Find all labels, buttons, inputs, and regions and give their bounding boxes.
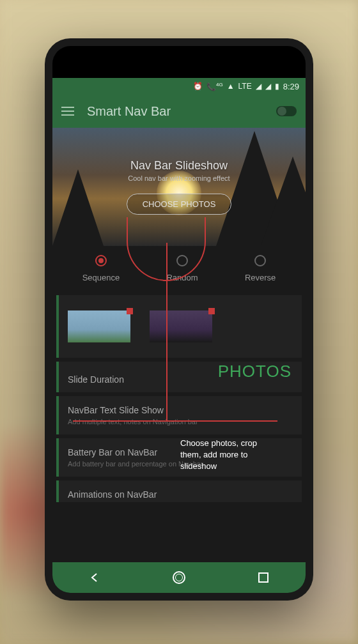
card-title: Animations on NavBar: [68, 489, 293, 500]
callout-text: Choose photos, crop them, add more to sl…: [180, 438, 276, 473]
slide-duration-card[interactable]: Slide Duration PHOTOS: [56, 362, 302, 392]
hero-subtitle: Cool nav bar with zooming effect: [128, 174, 230, 182]
radio-sequence[interactable]: Sequence: [82, 255, 120, 282]
lte-label: LTE: [238, 82, 252, 90]
choose-photos-button[interactable]: CHOOSE PHOTOS: [127, 194, 232, 215]
alarm-icon: ⏰: [193, 82, 203, 90]
status-time: 8:29: [283, 82, 299, 91]
card-title: NavBar Text Slide Show: [68, 405, 293, 415]
call-4g-icon: 📞4G: [206, 82, 223, 91]
animations-card[interactable]: Animations on NavBar: [56, 480, 302, 502]
master-toggle[interactable]: [276, 106, 297, 116]
wifi-icon: ▲: [227, 82, 235, 90]
callout-line-horizontal: [73, 420, 277, 422]
hero-title: Nav Bar Slideshow: [130, 159, 228, 172]
radio-label: Sequence: [82, 273, 120, 282]
photos-thumbnails-card: [56, 295, 302, 358]
menu-icon[interactable]: [61, 107, 74, 116]
battery-icon: ▮: [275, 82, 279, 90]
callout-line-vertical: [166, 243, 167, 422]
signal-icon-2: ◢: [265, 82, 271, 90]
photo-thumbnail[interactable]: [150, 310, 212, 342]
status-bar: ⏰ 📞4G ▲ LTE ◢ ◢ ▮ 8:29: [52, 78, 306, 95]
phone-frame: ⏰ 📞4G ▲ LTE ◢ ◢ ▮ 8:29 Smart Nav Bar: [45, 38, 313, 601]
radio-reverse[interactable]: Reverse: [245, 255, 276, 282]
content-area: Nav Bar Slideshow Cool nav bar with zoom…: [52, 128, 306, 562]
photo-thumbnail[interactable]: [68, 310, 130, 342]
radio-circle-icon: [95, 255, 107, 266]
photos-section-label: PHOTOS: [218, 362, 292, 381]
radio-circle-icon: [254, 255, 266, 266]
app-bar: Smart Nav Bar: [52, 95, 306, 128]
recents-button[interactable]: [256, 570, 271, 585]
signal-icon: ◢: [256, 82, 261, 90]
back-button[interactable]: [87, 570, 102, 585]
radio-label: Reverse: [245, 273, 276, 282]
delete-icon[interactable]: [208, 308, 215, 314]
delete-icon[interactable]: [127, 308, 133, 314]
navbar-text-card[interactable]: NavBar Text Slide Show Add multiple text…: [56, 396, 302, 434]
home-button[interactable]: [171, 570, 187, 585]
card-subtitle: Add multiple text, notes on Navigation b…: [68, 418, 293, 425]
system-nav-bar: [52, 562, 306, 593]
app-title: Smart Nav Bar: [87, 104, 263, 119]
